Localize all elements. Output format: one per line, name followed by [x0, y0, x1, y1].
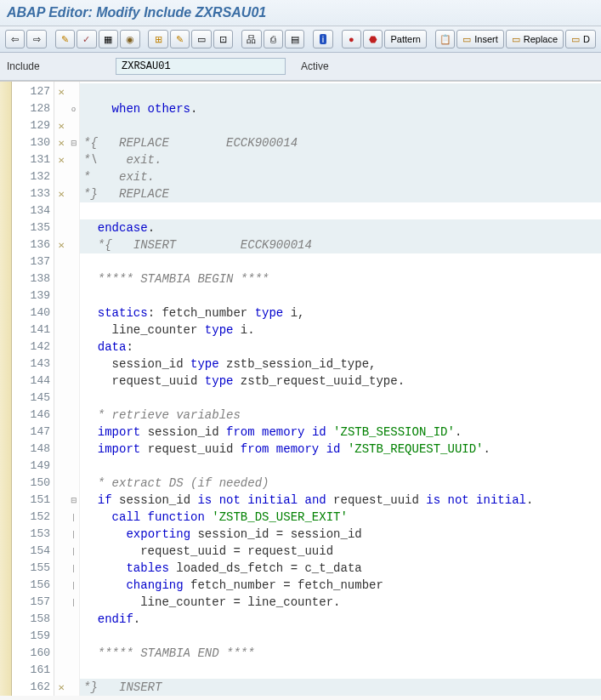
tool3-button[interactable]: ▭: [191, 30, 211, 48]
code-line[interactable]: request_uuid type zstb_request_uuid_type…: [80, 373, 601, 390]
marker: [54, 339, 68, 356]
arrow-right-icon: ⇨: [33, 34, 41, 45]
marker: [54, 407, 68, 424]
check-button[interactable]: ✎: [55, 30, 75, 48]
fold-marker: [68, 628, 79, 645]
line-number: 133: [12, 185, 54, 202]
marker: [54, 458, 68, 475]
code-editor[interactable]: 1271281291301311321331341351361371381391…: [0, 81, 601, 696]
forward-button[interactable]: ⇨: [26, 30, 46, 48]
where-used-button[interactable]: ◉: [120, 30, 139, 48]
code-line[interactable]: [80, 117, 601, 134]
code-line[interactable]: tables loaded_ds_fetch = c_t_data: [80, 560, 601, 577]
line-number: 132: [12, 168, 54, 185]
arrow-left-icon: ⇦: [11, 34, 19, 45]
line-number: 159: [12, 628, 54, 645]
code-line[interactable]: ***** STAMBIA END ****: [80, 645, 601, 662]
spiral-icon: ◉: [126, 34, 134, 45]
stop-button[interactable]: ⬣: [363, 30, 383, 48]
code-line[interactable]: endif.: [80, 611, 601, 628]
marker: ✕: [54, 185, 68, 202]
marker: [54, 100, 68, 117]
code-line[interactable]: *} REPLACE: [80, 185, 601, 202]
line-number: 134: [12, 202, 54, 219]
marker: [54, 577, 68, 594]
code-line[interactable]: import request_uuid from memory id 'ZSTB…: [80, 441, 601, 458]
line-number: 144: [12, 373, 54, 390]
code-line[interactable]: [80, 662, 601, 679]
tool4-button[interactable]: ⊡: [213, 30, 233, 48]
fold-marker: |: [68, 594, 79, 611]
test-button[interactable]: ▦: [99, 30, 118, 48]
line-number: 157: [12, 594, 54, 611]
include-value[interactable]: ZXRSAU01: [116, 58, 286, 75]
code-line[interactable]: * exit.: [80, 168, 601, 185]
fold-marker: [68, 458, 79, 475]
code-line[interactable]: data:: [80, 339, 601, 356]
code-line[interactable]: changing fetch_number = fetch_number: [80, 577, 601, 594]
code-line[interactable]: line_counter type i.: [80, 322, 601, 339]
code-line[interactable]: * extract DS (if needed): [80, 475, 601, 492]
marker: [54, 304, 68, 322]
code-line[interactable]: [80, 253, 601, 270]
code-line[interactable]: session_id type zstb_session_id_type,: [80, 356, 601, 373]
line-number: 162: [12, 679, 54, 696]
hierarchy-button[interactable]: 品: [241, 30, 261, 48]
code-line[interactable]: line_counter = line_counter.: [80, 594, 601, 611]
back-button[interactable]: ⇦: [5, 30, 25, 48]
insert-button[interactable]: ▭Insert: [456, 30, 504, 48]
code-line[interactable]: *\ exit.: [80, 151, 601, 168]
marker: [54, 373, 68, 390]
line-number: 140: [12, 304, 54, 322]
code-line[interactable]: [80, 390, 601, 407]
marker: ✕: [54, 151, 68, 168]
toolbar: ⇦ ⇨ ✎ ✓ ▦ ◉ ⊞ ✎ ▭ ⊡ 品 ⎙ ▤ i ● ⬣ Pattern …: [0, 26, 601, 53]
code-line[interactable]: import session_id from memory id 'ZSTB_S…: [80, 424, 601, 441]
code-line[interactable]: when others.: [80, 100, 601, 117]
fold-marker[interactable]: ⊟: [68, 134, 79, 151]
code-line[interactable]: [80, 83, 601, 100]
fold-marker: |: [68, 577, 79, 594]
code-line[interactable]: [80, 202, 601, 219]
fold-marker: [68, 441, 79, 458]
marker: [54, 509, 68, 526]
code-line[interactable]: call function 'ZSTB_DS_USER_EXIT': [80, 509, 601, 526]
print-button[interactable]: ⎙: [264, 30, 283, 48]
fold-marker: [68, 83, 79, 100]
code-line[interactable]: *{ INSERT ECCK900014: [80, 236, 601, 253]
fold-marker: [68, 117, 79, 134]
code-line[interactable]: request_uuid = request_uuid: [80, 543, 601, 560]
code-line[interactable]: endcase.: [80, 219, 601, 236]
marker: ✕: [54, 679, 68, 696]
activate-button[interactable]: ✓: [77, 30, 96, 48]
tool2-button[interactable]: ✎: [170, 30, 190, 48]
fold-marker: [68, 219, 79, 236]
delete-button[interactable]: ▭D: [565, 30, 596, 48]
print-icon: ⎙: [270, 34, 276, 44]
layout-icon: ▤: [291, 34, 299, 45]
code-area[interactable]: when others. *{ REPLACE ECCK900014*\ exi…: [80, 82, 601, 696]
code-line[interactable]: [80, 458, 601, 475]
replace-button[interactable]: ▭Replace: [506, 30, 564, 48]
info-button[interactable]: i: [313, 30, 332, 48]
code-line[interactable]: *{ REPLACE ECCK900014: [80, 134, 601, 151]
fold-marker: [68, 424, 79, 441]
code-line[interactable]: if session_id is not initial and request…: [80, 492, 601, 509]
marker: [54, 475, 68, 492]
line-number: 131: [12, 151, 54, 168]
breakpoint-button[interactable]: ●: [342, 30, 361, 48]
clipboard-button[interactable]: 📋: [435, 30, 455, 48]
code-line[interactable]: [80, 628, 601, 645]
line-number: 129: [12, 117, 54, 134]
code-line[interactable]: ***** STAMBIA BEGIN ****: [80, 270, 601, 287]
pattern-button[interactable]: Pattern: [384, 30, 426, 48]
fold-marker[interactable]: ⊟: [68, 492, 79, 509]
code-line[interactable]: * retrieve variables: [80, 407, 601, 424]
code-line[interactable]: [80, 287, 601, 304]
code-line[interactable]: *} INSERT: [80, 679, 601, 696]
code-line[interactable]: exporting session_id = session_id: [80, 526, 601, 543]
fold-marker: o: [68, 100, 79, 117]
code-line[interactable]: statics: fetch_number type i,: [80, 304, 601, 322]
layout-button[interactable]: ▤: [285, 30, 304, 48]
tool1-button[interactable]: ⊞: [148, 30, 167, 48]
